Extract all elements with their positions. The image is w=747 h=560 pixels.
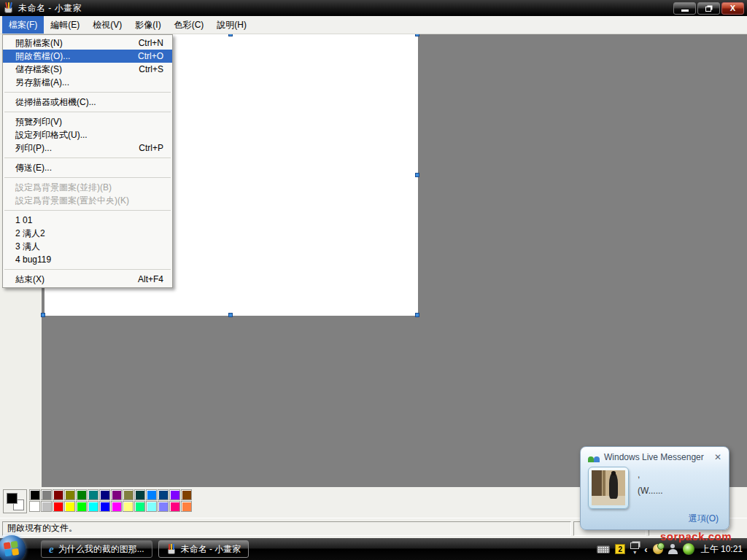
- palette-swatch[interactable]: [123, 501, 133, 512]
- security-badge-icon[interactable]: [653, 544, 663, 554]
- palette-swatch[interactable]: [158, 489, 169, 500]
- palette-swatch[interactable]: [123, 489, 133, 500]
- palette-swatch[interactable]: [169, 501, 180, 512]
- canvas-resize-handle-bottomright[interactable]: [415, 313, 419, 317]
- canvas-resize-handle-right[interactable]: [415, 173, 419, 177]
- menu-item-print[interactable]: 列印(P)...Ctrl+P: [3, 141, 172, 155]
- palette-swatch[interactable]: [53, 489, 63, 500]
- menu-item-shortcut: Ctrl+P: [139, 143, 163, 153]
- menu-item-label: 設定列印格式(U)...: [15, 129, 88, 141]
- menu-item-shortcut: Ctrl+N: [139, 38, 163, 48]
- palette-swatch[interactable]: [76, 489, 87, 500]
- palette-swatch[interactable]: [41, 501, 52, 512]
- palette-swatch[interactable]: [29, 501, 40, 512]
- palette-swatch[interactable]: [41, 489, 52, 500]
- paint-app-icon: [3, 2, 15, 14]
- menu-item-save[interactable]: 儲存檔案(S)Ctrl+S: [3, 63, 172, 76]
- messenger-title: Windows Live Messenger: [604, 452, 704, 462]
- menu-item-recent-1[interactable]: 1 01: [3, 214, 172, 227]
- menu-separator: [4, 210, 171, 211]
- menu-item-exit[interactable]: 結束(X)Alt+F4: [3, 273, 172, 286]
- green-app-icon[interactable]: [683, 543, 694, 555]
- menu-edit[interactable]: 編輯(E): [44, 16, 86, 34]
- messenger-sender: ,: [638, 470, 663, 480]
- palette-swatch[interactable]: [64, 501, 75, 512]
- palette-swatch[interactable]: [146, 489, 157, 500]
- menu-separator: [4, 112, 171, 112]
- menu-file[interactable]: 檔案(F): [2, 16, 44, 34]
- start-button[interactable]: [0, 535, 26, 560]
- taskbar-task-paint[interactable]: 未命名 - 小畫家: [158, 540, 249, 558]
- keyboard-icon[interactable]: [597, 545, 610, 553]
- menu-separator: [4, 269, 171, 270]
- menu-item-save-as[interactable]: 另存新檔(A)...: [3, 76, 172, 89]
- menu-item-label: 3 满人: [15, 241, 40, 253]
- messenger-close-icon[interactable]: ✕: [714, 452, 721, 462]
- menu-view[interactable]: 檢視(V): [86, 16, 128, 34]
- menu-item-label: 從掃描器或相機(C)...: [15, 96, 96, 109]
- menu-item-from-scanner[interactable]: 從掃描器或相機(C)...: [3, 96, 172, 109]
- restore-icon: [705, 7, 711, 12]
- menu-help[interactable]: 說明(H): [210, 16, 253, 34]
- messenger-options-link[interactable]: 選項(O): [689, 513, 719, 524]
- menu-item-new[interactable]: 開新檔案(N)Ctrl+N: [3, 36, 172, 50]
- menu-item-print-preview[interactable]: 預覽列印(V): [3, 115, 172, 128]
- messenger-thumbnail[interactable]: [588, 467, 629, 509]
- ie-icon: e: [49, 543, 54, 556]
- watermark-text: sorpack.com: [660, 530, 732, 542]
- clock[interactable]: 上午 10:21: [701, 543, 743, 556]
- messenger-icon: [588, 453, 600, 462]
- menu-item-recent-4[interactable]: 4 bug119: [3, 253, 172, 266]
- close-button[interactable]: X: [721, 2, 744, 15]
- menu-separator: [4, 92, 171, 93]
- palette-swatch[interactable]: [29, 489, 40, 500]
- paint-icon: [166, 544, 177, 554]
- tray-expand-chevron[interactable]: ‹: [644, 544, 647, 555]
- menu-item-recent-2[interactable]: 2 满人2: [3, 227, 172, 240]
- palette-swatch[interactable]: [64, 489, 75, 500]
- minimize-icon: [681, 9, 689, 12]
- taskbar-task-browser[interactable]: e 为什么我的截的图那...: [41, 540, 152, 558]
- windows-stack-icon[interactable]: [630, 542, 639, 549]
- menu-item-set-wallpaper-centered: 設定爲背景圖案(置於中央)(K): [3, 194, 172, 207]
- palette-swatch[interactable]: [111, 489, 122, 500]
- minimize-button[interactable]: [673, 2, 696, 15]
- palette-swatch[interactable]: [169, 489, 180, 500]
- ime-indicator[interactable]: 2: [615, 544, 625, 554]
- close-icon: X: [730, 4, 735, 12]
- menu-colors[interactable]: 色彩(C): [168, 16, 211, 34]
- menu-item-open[interactable]: 開啟舊檔(O)...Ctrl+O: [3, 50, 172, 63]
- palette-swatch[interactable]: [158, 501, 169, 512]
- messenger-status-icon[interactable]: [668, 544, 678, 554]
- foreground-color-swatch[interactable]: [7, 493, 18, 504]
- canvas-resize-handle-bottom[interactable]: [228, 313, 233, 317]
- caret-down-icon[interactable]: ▾: [633, 550, 636, 556]
- palette-swatch[interactable]: [76, 501, 87, 512]
- palette-swatch[interactable]: [134, 489, 145, 500]
- palette-swatch[interactable]: [181, 501, 192, 512]
- palette-swatch[interactable]: [181, 489, 192, 500]
- palette-swatch[interactable]: [146, 501, 157, 512]
- palette-swatch[interactable]: [53, 501, 63, 512]
- menu-item-label: 預覽列印(V): [15, 116, 62, 128]
- menu-item-shortcut: Ctrl+S: [139, 64, 163, 74]
- palette-swatch[interactable]: [99, 501, 110, 512]
- palette-swatch[interactable]: [88, 501, 98, 512]
- menu-item-recent-3[interactable]: 3 满人: [3, 240, 172, 253]
- contact-photo: [592, 470, 625, 505]
- palette-swatch[interactable]: [134, 501, 145, 512]
- menu-item-page-setup[interactable]: 設定列印格式(U)...: [3, 128, 172, 141]
- desktop: { "window": { "title": "未命名 - 小畫家" }, "m…: [0, 0, 747, 560]
- palette-swatch[interactable]: [99, 489, 110, 500]
- canvas-resize-handle-bottomleft[interactable]: [41, 313, 45, 317]
- windows-logo-icon: [4, 541, 20, 558]
- menu-item-send[interactable]: 傳送(E)...: [3, 161, 172, 174]
- menu-image[interactable]: 影像(I): [128, 16, 167, 34]
- palette-swatch[interactable]: [111, 501, 122, 512]
- palette-swatch[interactable]: [88, 489, 98, 500]
- menu-item-label: 1 01: [15, 215, 32, 225]
- restore-button[interactable]: [697, 2, 720, 15]
- fg-bg-color-selector[interactable]: [3, 489, 27, 513]
- menu-item-shortcut: Alt+F4: [138, 274, 163, 284]
- menu-item-shortcut: Ctrl+O: [138, 51, 163, 61]
